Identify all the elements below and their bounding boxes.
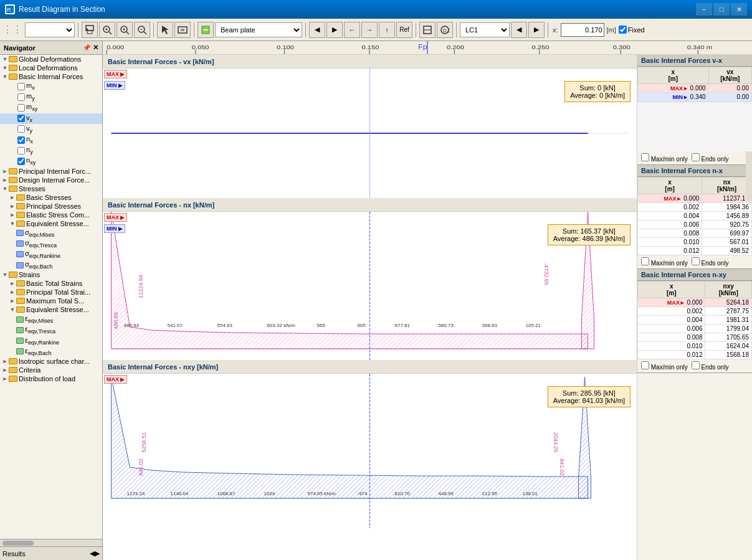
- beam-plate-dropdown[interactable]: Beam plate: [215, 22, 302, 37]
- nav-item-ny[interactable]: ny: [0, 145, 102, 156]
- nav-up-button[interactable]: ↑: [379, 22, 395, 38]
- max-min-only-label[interactable]: Max/min only: [641, 257, 688, 267]
- print-button[interactable]: [82, 22, 98, 38]
- nav-back-button[interactable]: ◀: [90, 549, 95, 558]
- vy-checkbox[interactable]: [17, 125, 25, 133]
- options-button[interactable]: [198, 22, 214, 38]
- nav-item-erankine[interactable]: εeqv,Rankine: [0, 336, 102, 346]
- vx-checkbox[interactable]: [17, 115, 25, 122]
- expand-icon[interactable]: ▼: [1, 271, 9, 278]
- icon-btn2[interactable]: 0.0: [437, 22, 453, 38]
- nav-item-global-deformations[interactable]: ▼ Global Deformations: [0, 55, 102, 64]
- zoom-in-button[interactable]: [117, 22, 133, 38]
- zoom-fit-button[interactable]: [99, 22, 115, 38]
- expand-icon[interactable]: ►: [1, 375, 9, 382]
- nxy-checkbox[interactable]: [17, 158, 25, 165]
- nav-left-button[interactable]: ←: [344, 22, 360, 38]
- scroll-thumb[interactable]: [2, 541, 34, 546]
- nav-item-nx[interactable]: nx: [0, 135, 102, 145]
- nav-item-etresca[interactable]: εeqv,Tresca: [0, 325, 102, 335]
- ends-only-checkbox[interactable]: [692, 153, 700, 161]
- maximize-button[interactable]: □: [713, 3, 730, 16]
- max-min-only-checkbox[interactable]: [641, 153, 649, 161]
- expand-icon[interactable]: ►: [9, 288, 16, 296]
- nav-item-design-internal[interactable]: ► Design Internal Force...: [0, 176, 102, 184]
- ends-only-label[interactable]: Ends only: [692, 153, 729, 163]
- icon-btn1[interactable]: [419, 22, 435, 38]
- next-button[interactable]: ▶: [326, 22, 343, 38]
- nav-item-ebach[interactable]: εeqv,Bach: [0, 346, 102, 357]
- max-min-only-checkbox[interactable]: [641, 257, 649, 265]
- nav-item-my[interactable]: my: [0, 92, 102, 102]
- max-min-only-label[interactable]: Max/min only: [641, 361, 688, 371]
- vscrollbar[interactable]: [746, 151, 752, 201]
- close-nav-icon[interactable]: ✕: [93, 44, 98, 52]
- nav-item-mx[interactable]: mx: [0, 81, 102, 92]
- expand-icon[interactable]: ►: [1, 358, 9, 365]
- nav-item-equiv-strains[interactable]: ▼ Equivalent Stresse...: [0, 305, 102, 314]
- nav-hscrollbar[interactable]: [0, 539, 102, 546]
- lc-prev-button[interactable]: ◀: [511, 22, 527, 38]
- nav-item-distribution[interactable]: ► Distribution of load: [0, 374, 102, 383]
- max-min-only-label[interactable]: Max/min only: [641, 153, 688, 163]
- expand-icon[interactable]: ►: [9, 280, 16, 287]
- export-button[interactable]: [174, 22, 191, 38]
- nav-item-basic-stresses[interactable]: ► Basic Stresses: [0, 193, 102, 202]
- ends-only-label[interactable]: Ends only: [692, 361, 729, 371]
- lc-next-button[interactable]: ▶: [528, 22, 545, 38]
- expand-icon[interactable]: ►: [9, 297, 16, 305]
- expand-icon[interactable]: ►: [9, 202, 16, 210]
- nav-item-stresses[interactable]: ▼ Stresses: [0, 184, 102, 193]
- ends-only-checkbox[interactable]: [692, 257, 700, 265]
- nav-item-rankine[interactable]: σeqv,Rankine: [0, 249, 102, 260]
- nav-item-tresca[interactable]: σeqv,Tresca: [0, 239, 102, 249]
- view-dropdown[interactable]: [25, 22, 75, 37]
- nav-item-principal-stresses[interactable]: ► Principal Stresses: [0, 202, 102, 211]
- close-button[interactable]: ✕: [731, 3, 747, 16]
- nav-item-nxy[interactable]: nxy: [0, 156, 102, 166]
- ends-only-label[interactable]: Ends only: [692, 257, 729, 267]
- zoom-out-button[interactable]: [134, 22, 150, 38]
- expand-icon[interactable]: ►: [1, 168, 9, 175]
- nav-item-equiv-stresses[interactable]: ▼ Equivalent Stresse...: [0, 219, 102, 228]
- nav-item-elastic-stress[interactable]: ► Elastic Stress Com...: [0, 211, 102, 219]
- select-button[interactable]: [157, 22, 173, 38]
- expand-icon[interactable]: ▼: [1, 185, 9, 192]
- expand-icon[interactable]: ▼: [1, 55, 9, 63]
- nav-item-emises[interactable]: εeqv,Mises: [0, 314, 102, 325]
- nx-checkbox[interactable]: [17, 136, 25, 144]
- nav-item-basic-total-strains[interactable]: ► Basic Total Strains: [0, 279, 102, 288]
- nav-item-bach[interactable]: σeqv,Bach: [0, 260, 102, 270]
- ends-only-checkbox[interactable]: [692, 361, 700, 369]
- minimize-button[interactable]: −: [696, 3, 712, 16]
- lc-dropdown[interactable]: LC1: [460, 22, 510, 37]
- nav-item-local-deformations[interactable]: ▼ Local Deformations: [0, 64, 102, 72]
- expand-icon[interactable]: ▼: [9, 306, 16, 313]
- expand-icon[interactable]: ▼: [9, 220, 16, 227]
- pin-icon[interactable]: 📌: [83, 44, 90, 51]
- expand-icon[interactable]: ►: [9, 194, 16, 201]
- nav-item-isotropic[interactable]: ► Isotropic surface char...: [0, 357, 102, 366]
- nav-forward-button[interactable]: ▶: [95, 549, 100, 558]
- nav-item-principal-internal[interactable]: ► Principal Internal Forc...: [0, 167, 102, 176]
- mxy-checkbox[interactable]: [17, 104, 25, 112]
- nav-right-button[interactable]: →: [361, 22, 378, 38]
- nav-item-vy[interactable]: vy: [0, 124, 102, 135]
- nav-item-max-total[interactable]: ► Maximum Total S...: [0, 297, 102, 305]
- nav-item-basic-internal-forces[interactable]: ▼ Basic Internal Forces: [0, 72, 102, 81]
- ref-button[interactable]: Ref: [396, 22, 412, 38]
- nav-item-mises[interactable]: σeqv,Mises: [0, 228, 102, 239]
- max-min-only-checkbox[interactable]: [641, 361, 649, 369]
- nav-item-criteria[interactable]: ► Criteria: [0, 366, 102, 374]
- nav-item-principal-total[interactable]: ► Principal Total Strai...: [0, 288, 102, 297]
- expand-icon[interactable]: ►: [1, 176, 9, 184]
- expand-icon[interactable]: ►: [9, 211, 16, 219]
- expand-icon[interactable]: ▼: [1, 73, 9, 80]
- ny-checkbox[interactable]: [17, 147, 25, 154]
- expand-icon[interactable]: ▼: [1, 64, 9, 72]
- nav-item-mxy[interactable]: mxy: [0, 102, 102, 113]
- nav-item-strains[interactable]: ▼ Strains: [0, 270, 102, 279]
- fixed-checkbox-label[interactable]: Fixed: [619, 26, 645, 34]
- fixed-checkbox[interactable]: [619, 26, 627, 34]
- mx-checkbox[interactable]: [17, 83, 25, 90]
